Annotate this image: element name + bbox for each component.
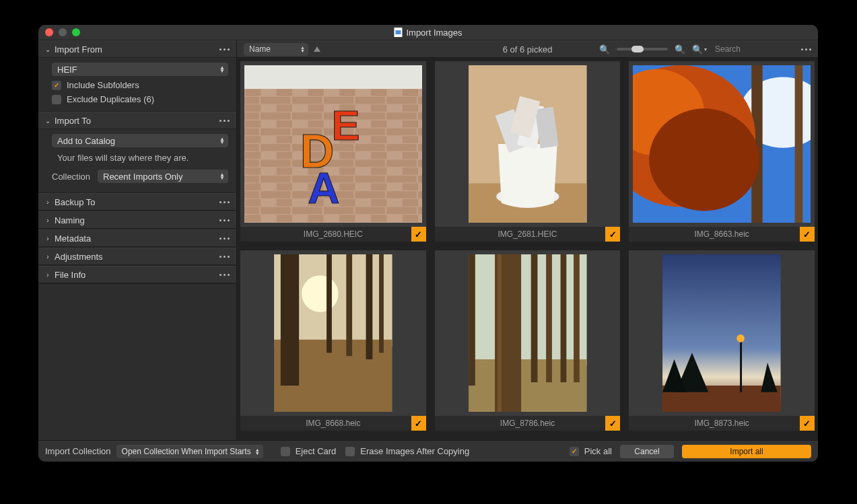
more-icon[interactable] <box>219 238 230 240</box>
eject-card-checkbox[interactable] <box>281 447 290 456</box>
pick-all-checkbox[interactable] <box>570 447 579 456</box>
thumbnail-filename: IMG_2681.HEIC <box>435 227 621 242</box>
import-source-select[interactable]: HEIF ▲▼ <box>52 63 228 76</box>
collection-value: Recent Imports Only <box>103 172 183 182</box>
cancel-button[interactable]: Cancel <box>620 445 674 458</box>
more-icon[interactable] <box>219 201 230 203</box>
panel-header-import-to[interactable]: ⌄ Import To <box>38 112 236 129</box>
chevron-right-icon: › <box>44 271 52 279</box>
panel-metadata: › Metadata <box>38 229 236 248</box>
picked-check-icon[interactable]: ✓ <box>800 227 815 242</box>
panel-backup-to: › Backup To <box>38 193 236 211</box>
svg-rect-31 <box>469 359 587 412</box>
thumbnail-grid: D E A IMG_2680.HEIC ✓ <box>240 61 815 431</box>
thumbnail-item[interactable]: D E A IMG_2680.HEIC ✓ <box>240 61 426 242</box>
include-subfolders-row[interactable]: Include Subfolders <box>52 80 228 90</box>
thumbnail-item[interactable]: IMG_8663.heic ✓ <box>629 61 815 242</box>
panel-header-naming[interactable]: › Naming <box>38 211 236 229</box>
thumbnail-filename: IMG_8663.heic <box>629 227 815 242</box>
panel-title: Import From <box>52 44 219 55</box>
more-icon[interactable] <box>219 274 230 276</box>
thumbnail-item[interactable]: IMG_8873.heic ✓ <box>629 250 815 431</box>
svg-rect-25 <box>281 254 299 386</box>
search-input[interactable] <box>714 44 794 55</box>
svg-rect-30 <box>469 254 587 366</box>
panel-header-import-from[interactable]: ⌄ Import From <box>38 40 236 58</box>
thumbnail-grid-wrap[interactable]: D E A IMG_2680.HEIC ✓ <box>237 58 818 440</box>
picked-check-icon[interactable]: ✓ <box>411 416 426 431</box>
svg-point-24 <box>302 275 339 312</box>
stepper-icon: ▲▼ <box>300 46 305 52</box>
more-icon[interactable] <box>801 48 811 50</box>
stepper-icon: ▲▼ <box>219 137 225 144</box>
search-icon[interactable]: 🔍▾ <box>692 44 707 55</box>
svg-rect-35 <box>530 254 537 382</box>
zoom-in-icon[interactable]: 🔍 <box>675 44 685 55</box>
more-icon[interactable] <box>219 48 230 50</box>
more-icon[interactable] <box>219 219 230 221</box>
import-all-button[interactable]: Import all <box>682 445 811 458</box>
stepper-icon: ▲▼ <box>219 173 225 180</box>
more-icon[interactable] <box>219 256 230 258</box>
panel-title: Metadata <box>52 233 219 244</box>
thumbnail-filename: IMG_8786.heic <box>435 416 621 431</box>
pick-all-row[interactable]: Pick all <box>570 446 612 456</box>
thumbnail-filename: IMG_2680.HEIC <box>240 227 426 242</box>
close-window-button[interactable] <box>45 28 53 36</box>
panel-title: File Info <box>52 270 219 280</box>
picked-check-icon[interactable]: ✓ <box>605 227 620 242</box>
panel-header-backup-to[interactable]: › Backup To <box>38 193 236 211</box>
collection-select[interactable]: Recent Imports Only ▲▼ <box>98 170 228 183</box>
pick-all-label: Pick all <box>584 446 612 456</box>
svg-text:A: A <box>308 164 339 213</box>
import-source-value: HEIF <box>57 65 77 75</box>
thumbnail-filename: IMG_8873.heic <box>629 416 815 431</box>
picked-check-icon[interactable]: ✓ <box>605 416 620 431</box>
exclude-duplicates-checkbox[interactable] <box>52 95 61 104</box>
picked-check-icon[interactable]: ✓ <box>800 416 815 431</box>
minimize-window-button[interactable] <box>59 28 67 36</box>
panel-naming: › Naming <box>38 211 236 229</box>
picked-check-icon[interactable]: ✓ <box>411 227 426 242</box>
window-title: Import Images <box>406 28 462 38</box>
zoom-slider[interactable] <box>617 48 668 50</box>
more-icon[interactable] <box>219 120 230 122</box>
window-title-area: Import Images <box>394 28 462 38</box>
erase-after-checkbox[interactable] <box>345 447 355 456</box>
exclude-duplicates-row[interactable]: Exclude Duplicates (6) <box>52 94 228 104</box>
panel-title: Adjustments <box>52 252 219 262</box>
zoom-window-button[interactable] <box>72 28 80 36</box>
footer: Import Collection Open Collection When I… <box>38 440 818 462</box>
svg-rect-36 <box>546 254 552 382</box>
svg-rect-4 <box>244 65 422 89</box>
thumbnail-image <box>629 61 815 227</box>
thumbnail-item[interactable]: IMG_2681.HEIC ✓ <box>435 61 621 242</box>
thumbnail-image: D E A <box>240 61 426 227</box>
svg-rect-26 <box>327 254 332 353</box>
panel-header-adjustments[interactable]: › Adjustments <box>38 248 236 265</box>
erase-after-row[interactable]: Erase Images After Copying <box>345 446 469 456</box>
eject-card-row[interactable]: Eject Card <box>281 446 337 456</box>
include-subfolders-label: Include Subfolders <box>67 80 139 90</box>
panel-title: Naming <box>52 215 219 225</box>
include-subfolders-checkbox[interactable] <box>52 81 61 90</box>
svg-rect-18 <box>795 65 803 223</box>
zoom-slider-thumb[interactable] <box>631 46 644 52</box>
panel-header-file-info[interactable]: › File Info <box>38 266 236 283</box>
document-icon <box>394 28 402 37</box>
import-destination-select[interactable]: Add to Catalog ▲▼ <box>52 134 228 147</box>
chevron-down-icon: ⌄ <box>44 46 52 53</box>
zoom-out-icon[interactable]: 🔍 <box>599 44 610 55</box>
panel-import-to: ⌄ Import To Add to Catalog ▲▼ Your files… <box>38 112 236 193</box>
panel-header-metadata[interactable]: › Metadata <box>38 229 236 247</box>
thumbnail-filename: IMG_8668.heic <box>240 416 426 431</box>
sort-ascending-icon[interactable] <box>314 46 320 52</box>
thumbnail-item[interactable]: IMG_8668.heic ✓ <box>240 250 426 431</box>
thumbnail-item[interactable]: IMG_8786.heic ✓ <box>435 250 621 431</box>
panel-adjustments: › Adjustments <box>38 248 236 266</box>
svg-point-44 <box>737 334 745 343</box>
import-collection-select[interactable]: Open Collection When Import Starts ▲▼ <box>116 445 263 458</box>
import-window: Import Images ⌄ Import From HEIF ▲▼ <box>38 25 818 462</box>
sort-by-select[interactable]: Name ▲▼ <box>244 43 308 56</box>
svg-rect-43 <box>740 340 742 392</box>
